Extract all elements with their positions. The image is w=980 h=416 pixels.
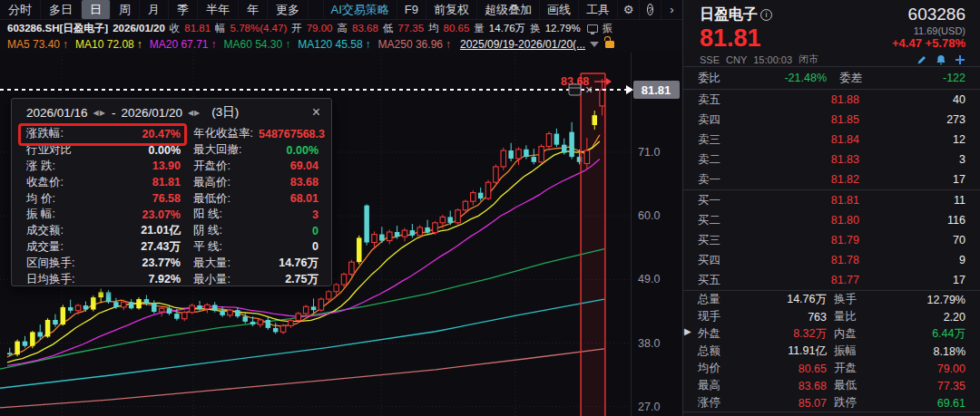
stat-label: 区间换手:	[26, 256, 95, 271]
ask-price[interactable]: 81.83	[741, 153, 859, 166]
quote-panel: 日盈电子 i 603286 81.81 11.69(USD) +4.47 +5.…	[682, 0, 980, 416]
tab-年[interactable]: 年	[239, 0, 268, 19]
popup-title: 2026/01/16 ◀▶ - 2026/01/20 ◀▶ (3日) ×	[12, 99, 331, 122]
settings-gear-icon[interactable]: ⚙	[617, 0, 639, 19]
bid-price[interactable]: 81.78	[741, 254, 859, 266]
stat-label: 成交额:	[26, 223, 95, 238]
stat-label: 涨停	[698, 395, 738, 411]
add-plus-icon[interactable]	[955, 54, 965, 65]
candlestick-chart-area: 71.060.049.038.027.081.8183.68× 2026/01/…	[0, 53, 682, 416]
ask-row-3[interactable]: 卖三81.8412	[683, 130, 980, 150]
stock-name: 日盈电子	[700, 5, 758, 24]
stat-label: 日均换手:	[26, 272, 95, 287]
popup-days: (3日)	[211, 104, 239, 121]
up-arrow-icon: ↑	[366, 38, 371, 51]
help-icon[interactable]: ?	[639, 0, 661, 19]
tab-周[interactable]: 周	[111, 0, 140, 19]
info-icon[interactable]: i	[760, 9, 772, 21]
popup-stat-row: 收盘价:81.81最高价:83.68	[26, 174, 318, 190]
ask-row-5[interactable]: 卖一81.8217	[683, 169, 980, 189]
ask-row-4[interactable]: 卖二81.833	[683, 150, 980, 169]
range-label[interactable]: 2025/09/19-2026/01/20(...	[460, 38, 585, 51]
ask-price[interactable]: 81.84	[741, 133, 859, 146]
ask-price[interactable]: 81.88	[741, 93, 859, 106]
bid-row-3[interactable]: 买三81.7970	[683, 230, 980, 250]
tool-AI交易策略[interactable]: AI交易策略	[323, 0, 397, 19]
ask-volume: 40	[859, 93, 965, 106]
tool-前复权[interactable]: 前复权	[426, 0, 476, 19]
status-field-value: 5.78%(4.47)	[230, 23, 288, 34]
alert-bell-icon[interactable]	[936, 54, 946, 65]
stat-value: 8.32万	[738, 326, 827, 342]
bid-row-4[interactable]: 买四81.789	[683, 250, 980, 270]
chevron-down-icon[interactable]	[590, 42, 599, 47]
stat-value: 11.91亿	[738, 343, 827, 359]
quote-stat-row: 总量14.76万换手12.79%	[683, 291, 980, 308]
bid-volume: 11	[859, 194, 965, 207]
ask-row-1[interactable]: 卖五81.8840	[683, 90, 980, 110]
tool-工具[interactable]: 工具	[578, 0, 617, 19]
ask-row-2[interactable]: 卖四81.85273	[683, 110, 980, 130]
tab-更多[interactable]: 更多	[268, 0, 309, 19]
weibi-row: 委比-21.48%委差-122	[683, 67, 980, 90]
ma-legend-text: MA5 73.40	[7, 38, 60, 51]
bid-row-5[interactable]: 买五81.7717	[683, 270, 980, 290]
bid-price[interactable]: 81.81	[741, 194, 859, 207]
stat-label: 最小量:	[181, 272, 259, 287]
ask-price[interactable]: 81.82	[741, 173, 859, 186]
ma-legend-item: MA60 54.30↑	[223, 38, 290, 51]
remove-selection-icon[interactable]: ×	[585, 82, 593, 97]
period-tabs: 分时多日日周月季半年年更多	[0, 0, 309, 19]
stat-value: 12.79%	[874, 294, 965, 306]
window-monitor-icon[interactable]	[587, 24, 598, 33]
close-icon[interactable]: ×	[312, 108, 320, 117]
tab-分时[interactable]: 分时	[0, 0, 41, 19]
date-step-arrows-icon[interactable]: ◀▶	[188, 109, 201, 117]
stat-label: 最低价:	[181, 191, 259, 207]
stat-label: 量比	[827, 309, 874, 324]
range-selector-link[interactable]: 2025/09/19-2026/01/20(...	[460, 38, 614, 51]
popup-stat-row: 振 幅:23.07%阳 线:3	[26, 207, 318, 223]
bid-row-1[interactable]: 买一81.8111	[683, 190, 980, 210]
stat-label: 最高价:	[181, 175, 259, 190]
quote-stat-row: 现手763量比2.20	[683, 308, 980, 325]
stock-trading-app: 分时多日日周月季半年年更多 AI交易策略F9前复权超级叠加画线工具⚙?› 603…	[0, 0, 980, 416]
unlock-icon[interactable]	[605, 41, 614, 48]
calendar-drag-icon[interactable]	[569, 84, 581, 95]
date-step-arrows-icon[interactable]: ◀▶	[93, 109, 106, 117]
svg-text:71.0: 71.0	[638, 146, 660, 159]
tool-F9[interactable]: F9	[397, 0, 426, 19]
tab-日[interactable]: 日	[82, 0, 111, 19]
currency-label: CNY	[726, 54, 747, 65]
stat-label: 开盘价:	[181, 159, 259, 174]
bid-price[interactable]: 81.79	[741, 234, 859, 247]
stat-value: 13.90	[95, 160, 181, 172]
tab-半年[interactable]: 半年	[198, 0, 239, 19]
status-field-value: 14.76万	[489, 22, 525, 35]
stat-value: 0.00%	[95, 144, 181, 157]
chevron-more-icon[interactable]: ›	[661, 0, 682, 19]
status-code-label: 603286.SH[日盈电子]	[7, 22, 108, 35]
bid-price[interactable]: 81.80	[741, 214, 859, 227]
chart-section: 分时多日日周月季半年年更多 AI交易策略F9前复权超级叠加画线工具⚙?› 603…	[0, 0, 682, 416]
bid-row-2[interactable]: 买二81.80116	[683, 210, 980, 230]
stat-label: 最大量:	[181, 256, 259, 271]
up-arrow-icon: ↑	[137, 38, 142, 51]
stat-label: 均价	[698, 361, 738, 376]
tool-画线[interactable]: 画线	[539, 0, 578, 19]
ask-price[interactable]: 81.85	[741, 113, 859, 126]
tool-超级叠加[interactable]: 超级叠加	[476, 0, 539, 19]
panel-collapse-handle[interactable]: ▶	[684, 326, 691, 336]
stat-value: 3	[259, 208, 318, 221]
bid-price[interactable]: 81.77	[741, 274, 859, 286]
popup-end-date: 2026/01/20	[121, 106, 182, 120]
stat-label: 阴 线:	[181, 223, 259, 238]
status-field-label: 收	[170, 22, 181, 35]
tab-季[interactable]: 季	[169, 0, 198, 19]
popup-stat-row: 日均换手:7.92%最小量:2.75万	[26, 271, 318, 287]
status-field-value: 83.68	[352, 23, 378, 34]
tab-月[interactable]: 月	[140, 0, 169, 19]
tab-多日[interactable]: 多日	[41, 0, 82, 19]
bid-level-label: 买四	[698, 253, 741, 268]
edit-pencil-icon[interactable]	[916, 54, 927, 65]
